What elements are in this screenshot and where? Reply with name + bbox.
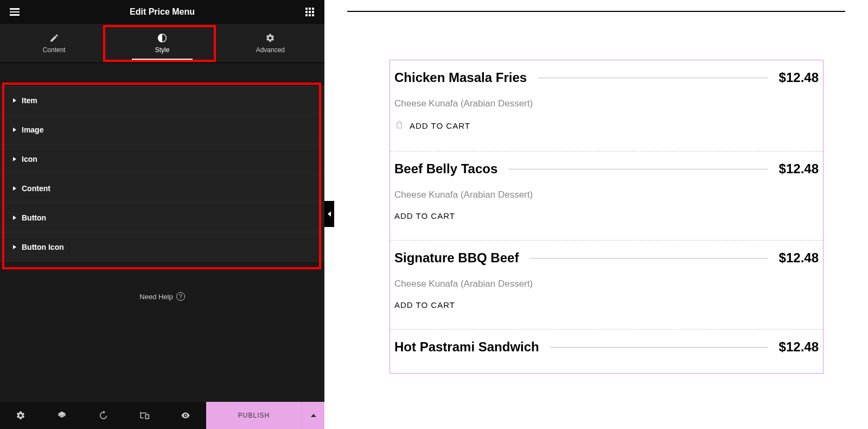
- section-label: Content: [22, 184, 50, 193]
- menu-item-name: Hot Pastrami Sandwich: [394, 339, 539, 355]
- add-to-cart-button[interactable]: ADD TO CART: [394, 211, 819, 220]
- publish-button[interactable]: PUBLISH: [206, 402, 302, 429]
- section-content[interactable]: Content: [0, 174, 324, 203]
- tab-label: Content: [43, 46, 66, 54]
- menu-item-name: Beef Belly Tacos: [394, 161, 497, 176]
- caret-right-icon: [13, 245, 16, 249]
- separator-line: [550, 347, 768, 348]
- editor-header: Edit Price Menu: [0, 0, 324, 24]
- editor-tabs: Content Style Advanced: [0, 24, 324, 63]
- collapse-panel-button[interactable]: [324, 201, 334, 227]
- editor-footer: PUBLISH: [0, 402, 324, 429]
- menu-item-price: $12.48: [779, 339, 819, 355]
- add-to-cart-button[interactable]: ADD TO CART: [394, 300, 819, 310]
- add-to-cart-label: ADD TO CART: [394, 300, 455, 310]
- apps-grid-icon[interactable]: [304, 6, 316, 18]
- section-item[interactable]: Item: [0, 86, 324, 115]
- menu-item-description: Cheese Kunafa (Arabian Dessert): [394, 279, 819, 289]
- need-help-label: Need Help: [139, 293, 173, 301]
- devices-icon: [139, 411, 149, 420]
- caret-right-icon: [13, 98, 16, 103]
- menu-icon[interactable]: [9, 6, 21, 18]
- publish-label: PUBLISH: [238, 412, 270, 419]
- menu-item-description: Cheese Kunafa (Arabian Dessert): [394, 98, 819, 109]
- page-divider: [347, 11, 845, 12]
- style-sections-list: Item Image Icon Content Button Button Ic…: [0, 63, 324, 402]
- need-help-link[interactable]: Need Help ?: [0, 262, 324, 331]
- cart-icon: [394, 120, 404, 131]
- menu-item-price: $12.48: [779, 161, 819, 176]
- responsive-button[interactable]: [124, 411, 165, 420]
- editor-sidebar: Edit Price Menu Content Style Advanced I…: [0, 0, 324, 429]
- contrast-icon: [157, 33, 167, 43]
- add-to-cart-label: ADD TO CART: [410, 121, 470, 130]
- footer-toolbar: [0, 402, 206, 429]
- history-icon: [98, 411, 108, 420]
- tab-label: Advanced: [256, 46, 285, 54]
- menu-item: Chicken Masala Fries $12.48 Cheese Kunaf…: [390, 60, 823, 152]
- help-icon: ?: [176, 292, 185, 301]
- editor-title: Edit Price Menu: [130, 7, 195, 17]
- menu-item: Hot Pastrami Sandwich $12.48: [390, 330, 823, 373]
- preview-button[interactable]: [165, 411, 206, 420]
- chevron-left-icon: [328, 211, 331, 217]
- tab-advanced[interactable]: Advanced: [216, 24, 324, 62]
- section-label: Icon: [22, 155, 37, 163]
- preview-canvas: Chicken Masala Fries $12.48 Cheese Kunaf…: [324, 0, 868, 429]
- section-label: Image: [22, 125, 43, 134]
- section-button[interactable]: Button: [0, 203, 324, 232]
- section-image[interactable]: Image: [0, 115, 324, 144]
- history-button[interactable]: [82, 411, 124, 420]
- section-label: Item: [22, 96, 37, 105]
- section-label: Button: [22, 213, 46, 222]
- caret-right-icon: [13, 186, 16, 191]
- layers-icon: [57, 411, 67, 420]
- section-button-icon[interactable]: Button Icon: [0, 232, 324, 262]
- settings-button[interactable]: [0, 411, 41, 420]
- navigator-button[interactable]: [41, 411, 82, 420]
- menu-item-price: $12.48: [779, 250, 819, 266]
- separator-line: [538, 78, 768, 78]
- separator-line: [508, 169, 768, 169]
- menu-item: Signature BBQ Beef $12.48 Cheese Kunafa …: [390, 241, 823, 330]
- gear-icon: [265, 33, 275, 43]
- caret-right-icon: [13, 216, 16, 220]
- tab-content[interactable]: Content: [0, 24, 108, 62]
- section-icon[interactable]: Icon: [0, 144, 324, 174]
- caret-right-icon: [13, 128, 16, 132]
- chevron-up-icon: [311, 414, 316, 417]
- menu-item-price: $12.48: [779, 70, 819, 85]
- pencil-icon: [49, 33, 59, 43]
- section-label: Button Icon: [22, 243, 64, 251]
- menu-item-name: Signature BBQ Beef: [394, 250, 519, 266]
- separator-line: [529, 258, 768, 258]
- menu-item: Beef Belly Tacos $12.48 Cheese Kunafa (A…: [390, 152, 823, 241]
- add-to-cart-label: ADD TO CART: [394, 211, 455, 220]
- price-menu-widget[interactable]: Chicken Masala Fries $12.48 Cheese Kunaf…: [390, 60, 824, 374]
- tab-style[interactable]: Style: [108, 24, 216, 62]
- caret-right-icon: [13, 157, 16, 161]
- gear-icon: [16, 411, 25, 420]
- tab-label: Style: [155, 46, 170, 54]
- menu-item-description: Cheese Kunafa (Arabian Dessert): [394, 190, 819, 200]
- publish-options-button[interactable]: [302, 402, 324, 429]
- add-to-cart-button[interactable]: ADD TO CART: [394, 120, 819, 131]
- menu-item-name: Chicken Masala Fries: [394, 70, 527, 85]
- eye-icon: [181, 411, 190, 420]
